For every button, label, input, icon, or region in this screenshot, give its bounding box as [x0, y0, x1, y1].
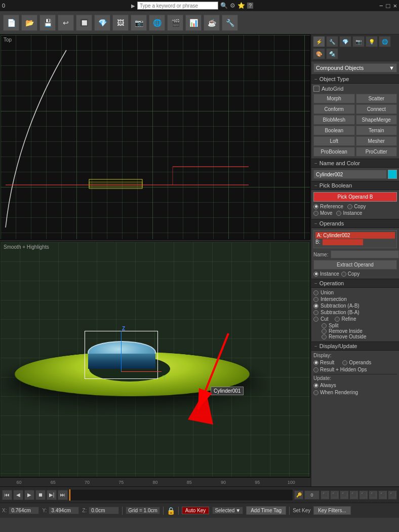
split-radio-btn[interactable]: [322, 323, 327, 328]
object-icon[interactable]: 🔲: [76, 15, 92, 31]
nav-icon-2[interactable]: ⬛: [330, 490, 339, 500]
copy-radio-op[interactable]: Copy: [341, 271, 360, 277]
panel-tab-utilities[interactable]: 🌐: [379, 36, 391, 47]
frame-display[interactable]: 0: [304, 490, 320, 500]
bookmark-icon[interactable]: ⭐: [237, 2, 245, 9]
search-input[interactable]: [137, 2, 218, 10]
search-icon[interactable]: 🔍: [220, 2, 228, 9]
panel-tab-hierarchy[interactable]: 💎: [339, 36, 351, 47]
intersection-radio[interactable]: Intersection: [313, 296, 397, 302]
boolean-btn[interactable]: Boolean: [313, 126, 355, 135]
intersection-radio-btn[interactable]: [313, 297, 318, 302]
result-hidden-radio[interactable]: Result + Hidden Ops: [313, 367, 367, 372]
add-time-tag-btn[interactable]: Add Time Tag: [246, 506, 286, 515]
compound-objects-dropdown[interactable]: Compound Objects ▼: [313, 63, 397, 72]
move-radio-btn[interactable]: [313, 211, 318, 216]
instance-radio-op[interactable]: Instance: [313, 271, 339, 277]
subtraction-ba-radio-btn[interactable]: [313, 310, 318, 315]
play-icon[interactable]: ▶: [131, 3, 135, 9]
subtraction-ab-radio[interactable]: Subtraction (A-B): [313, 303, 397, 309]
camera-icon[interactable]: 📷: [131, 15, 147, 31]
go-start-btn[interactable]: ⏮: [2, 490, 12, 500]
union-radio-btn[interactable]: [313, 290, 318, 295]
graph-icon[interactable]: 📊: [185, 15, 202, 31]
proboolean-btn[interactable]: ProBoolean: [313, 147, 355, 157]
panel-tab-motion[interactable]: 📷: [352, 36, 365, 47]
subtraction-ba-radio[interactable]: Subtraction (B-A): [313, 310, 397, 315]
nav-icon-4[interactable]: ⬛: [349, 490, 358, 500]
panel-tab-display[interactable]: 💡: [366, 36, 378, 47]
scatter-btn[interactable]: Scatter: [356, 94, 397, 103]
procutter-btn[interactable]: ProCutter: [356, 147, 397, 157]
next-frame-btn[interactable]: ▶|: [47, 490, 57, 500]
play-btn[interactable]: ▶: [24, 490, 34, 500]
help-icon[interactable]: ?: [247, 3, 253, 9]
remove-outside-radio-btn[interactable]: [322, 334, 327, 339]
mesher-btn[interactable]: Mesher: [356, 136, 397, 146]
nav-icon-5[interactable]: ⬛: [359, 490, 368, 500]
remove-inside-radio[interactable]: Remove Inside: [322, 328, 397, 334]
refine-radio-btn[interactable]: [335, 317, 340, 322]
key-icon[interactable]: 🔑: [294, 490, 303, 500]
lock-icon[interactable]: 🔒: [167, 507, 175, 515]
result-radio[interactable]: Result: [313, 360, 334, 365]
cup-icon[interactable]: ☕: [204, 15, 220, 31]
result-hidden-radio-btn[interactable]: [313, 367, 318, 372]
shapemerge-btn[interactable]: ShapeMerge: [356, 115, 397, 125]
object-type-header[interactable]: − Object Type: [311, 74, 399, 84]
nav-icon-3[interactable]: ⬛: [340, 490, 349, 500]
copy-radio-op-btn[interactable]: [341, 272, 346, 277]
copy-radio-btn[interactable]: [347, 204, 352, 209]
pick-operand-b-btn[interactable]: Pick Operand B: [313, 192, 397, 202]
extract-operand-btn[interactable]: Extract Operand: [313, 260, 397, 270]
reference-radio-btn[interactable]: [313, 204, 318, 209]
connect-btn[interactable]: Connect: [356, 104, 397, 114]
union-radio[interactable]: Union: [313, 290, 397, 295]
viewport-top[interactable]: Top: [0, 34, 310, 240]
nav-icon-1[interactable]: ⬛: [321, 490, 330, 500]
object-name-input[interactable]: [313, 170, 387, 179]
operands-header[interactable]: − Operands: [311, 219, 399, 228]
operands-list[interactable]: A: Cylinder002 B:: [313, 230, 397, 248]
panel-tab-render[interactable]: 🎨: [313, 48, 325, 59]
cut-radio[interactable]: Cut Refine: [313, 316, 397, 322]
material-icon[interactable]: 💎: [94, 15, 110, 31]
auto-key-btn[interactable]: Auto Key: [182, 507, 210, 514]
panel-tab-settings[interactable]: 🔩: [326, 48, 338, 59]
when-rendering-radio[interactable]: When Rendering: [313, 390, 358, 395]
always-radio-btn[interactable]: [313, 383, 318, 388]
new-icon[interactable]: 📄: [3, 15, 19, 31]
prev-frame-btn[interactable]: ◀: [13, 490, 23, 500]
loft-btn[interactable]: Loft: [313, 136, 355, 146]
operands-display-radio-btn[interactable]: [342, 360, 347, 365]
color-swatch[interactable]: [388, 170, 397, 179]
remove-outside-radio[interactable]: Remove Outside: [322, 334, 397, 339]
anim-icon[interactable]: 🎬: [167, 15, 183, 31]
open-icon[interactable]: 📂: [21, 15, 37, 31]
reference-radio[interactable]: Reference: [313, 204, 343, 209]
tools-icon[interactable]: 🔧: [222, 15, 238, 31]
close-btn[interactable]: ×: [393, 2, 397, 10]
when-rendering-radio-btn[interactable]: [313, 390, 318, 395]
copy-radio[interactable]: Copy: [347, 204, 366, 209]
name-color-header[interactable]: − Name and Color: [311, 159, 399, 168]
maximize-btn[interactable]: □: [386, 2, 390, 10]
pick-boolean-header[interactable]: − Pick Boolean: [311, 181, 399, 190]
cut-radio-btn[interactable]: [313, 317, 318, 322]
autogrid-checkbox[interactable]: [313, 86, 320, 92]
always-radio[interactable]: Always: [313, 383, 336, 388]
instance-radio[interactable]: Instance: [336, 210, 362, 216]
panel-tab-create[interactable]: ⚡: [313, 36, 325, 47]
operand-name-input[interactable]: [331, 250, 399, 258]
instance-radio-op-btn[interactable]: [313, 272, 318, 277]
instance-radio-btn[interactable]: [336, 211, 341, 216]
operands-display-radio[interactable]: Operands: [342, 360, 371, 365]
timeline-ruler[interactable]: [69, 489, 293, 501]
operand-a[interactable]: A: Cylinder002: [315, 232, 395, 239]
search-options-icon[interactable]: ⚙: [230, 2, 235, 9]
nav-icon-8[interactable]: ⬛: [388, 490, 397, 500]
conform-btn[interactable]: Conform: [313, 104, 355, 114]
remove-inside-radio-btn[interactable]: [322, 329, 327, 334]
stop-btn[interactable]: ⏹: [35, 490, 46, 500]
go-end-btn[interactable]: ⏭: [58, 490, 68, 500]
